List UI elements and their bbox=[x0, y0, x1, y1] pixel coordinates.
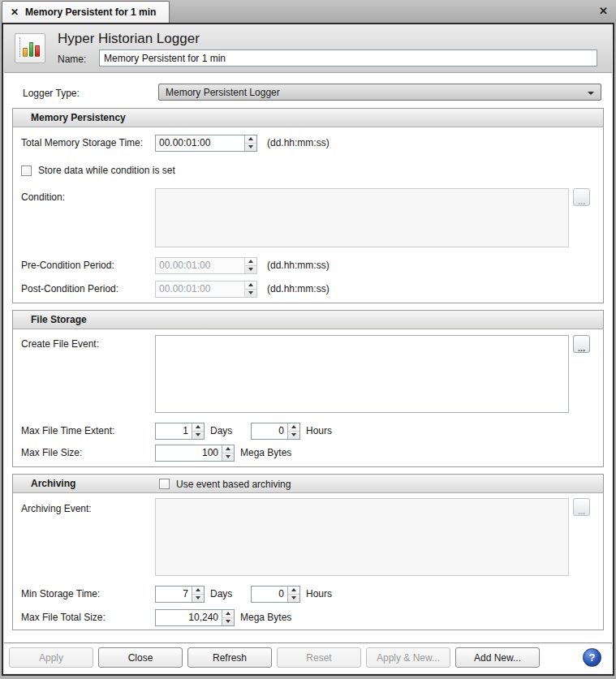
total-memory-storage-label: Total Memory Storage Time: bbox=[21, 137, 155, 148]
days-spinner[interactable] bbox=[192, 587, 204, 602]
create-file-event-browse-button[interactable]: ... bbox=[573, 335, 590, 353]
max-file-size-row: Max File Size: Mega Bytes bbox=[21, 444, 595, 462]
spinner-down-icon[interactable] bbox=[222, 618, 234, 625]
spinner-down-icon bbox=[245, 266, 256, 273]
apply-and-new-button: Apply & New... bbox=[366, 647, 450, 668]
use-event-archiving-label: Use event based archiving bbox=[176, 479, 291, 490]
spinner-up-icon[interactable] bbox=[288, 423, 299, 432]
min-storage-hours-input[interactable] bbox=[252, 587, 287, 602]
spinner-up-icon[interactable] bbox=[245, 135, 256, 144]
logger-config-dialog: Hyper Historian Logger Name: Logger Type… bbox=[2, 23, 614, 676]
hours-unit-label: Hours bbox=[306, 425, 332, 436]
max-file-total-size-label: Max File Total Size: bbox=[21, 612, 155, 623]
min-storage-hours-field[interactable] bbox=[251, 586, 300, 603]
spinner-down-icon[interactable] bbox=[192, 595, 204, 602]
max-file-time-hours-field[interactable] bbox=[251, 423, 300, 440]
total-memory-storage-field[interactable] bbox=[155, 135, 257, 152]
create-file-event-row: Create File Event: ... bbox=[21, 335, 595, 413]
use-event-archiving-checkbox[interactable] bbox=[159, 479, 170, 489]
spinner-down-icon[interactable] bbox=[245, 144, 256, 151]
store-condition-checkbox[interactable] bbox=[21, 165, 32, 176]
mega-bytes-unit-label: Mega Bytes bbox=[240, 612, 291, 623]
max-file-total-size-input[interactable] bbox=[156, 610, 222, 625]
refresh-button[interactable]: Refresh bbox=[187, 647, 272, 668]
archiving-title: Archiving bbox=[13, 478, 75, 489]
mega-bytes-unit-label: Mega Bytes bbox=[240, 447, 291, 458]
max-file-total-size-field[interactable] bbox=[155, 609, 235, 626]
add-new-button[interactable]: Add New... bbox=[455, 647, 540, 668]
condition-browse-button: ... bbox=[573, 188, 590, 206]
archiving-group: Archiving Use event based archiving Arch… bbox=[12, 474, 604, 630]
max-file-size-input[interactable] bbox=[156, 445, 222, 461]
spinner-up-icon[interactable] bbox=[222, 445, 234, 453]
chart-axis bbox=[19, 37, 20, 57]
help-icon[interactable]: ? bbox=[583, 648, 601, 667]
archiving-event-browse-button: ... bbox=[573, 498, 590, 516]
logger-type-label: Logger Type: bbox=[23, 88, 80, 99]
spinner-down-icon[interactable] bbox=[222, 453, 234, 461]
name-label: Name: bbox=[58, 54, 86, 65]
hours-spinner[interactable] bbox=[287, 423, 299, 439]
logger-type-dropdown[interactable]: Memory Persistent Logger bbox=[158, 84, 601, 101]
tab-close-icon[interactable]: ✕ bbox=[11, 6, 19, 18]
hyper-historian-logger-window: { "tab": { "title": "Memory Persistent f… bbox=[0, 0, 616, 679]
close-button[interactable]: Close bbox=[98, 647, 183, 668]
max-file-time-label: Max File Time Extent: bbox=[21, 425, 155, 436]
pre-condition-row: Pre-Condition Period: (dd.hh:mm:ss) bbox=[21, 256, 595, 274]
min-storage-time-label: Min Storage Time: bbox=[21, 588, 155, 599]
days-unit-label: Days bbox=[210, 588, 237, 599]
footer-button-bar: Apply Close Refresh Reset Apply & New...… bbox=[4, 642, 612, 673]
apply-button: Apply bbox=[9, 647, 93, 668]
condition-label: Condition: bbox=[21, 188, 155, 203]
time-format-hint: (dd.hh:mm:ss) bbox=[267, 137, 330, 148]
hours-unit-label: Hours bbox=[306, 588, 332, 599]
tab-strip: ✕ Memory Persistent for 1 min ✕ bbox=[0, 0, 616, 23]
post-condition-field bbox=[155, 281, 257, 298]
min-storage-days-input[interactable] bbox=[156, 587, 192, 602]
pre-condition-spinner bbox=[244, 258, 256, 273]
spinner-down-icon[interactable] bbox=[192, 432, 204, 439]
condition-textarea bbox=[155, 188, 569, 247]
post-condition-input bbox=[156, 281, 244, 297]
days-spinner[interactable] bbox=[192, 423, 204, 439]
memory-persistency-group: Memory Persistency Total Memory Storage … bbox=[12, 108, 604, 303]
condition-row: Condition: ... bbox=[21, 188, 595, 247]
hours-spinner[interactable] bbox=[287, 587, 299, 602]
pre-condition-input bbox=[156, 258, 244, 273]
post-condition-row: Post-Condition Period: (dd.hh:mm:ss) bbox=[21, 280, 595, 298]
max-file-time-days-field[interactable] bbox=[155, 423, 205, 440]
store-condition-label: Store data while condition is set bbox=[38, 165, 175, 176]
name-input[interactable] bbox=[99, 49, 597, 67]
total-memory-storage-row: Total Memory Storage Time: (dd.hh:mm:ss) bbox=[21, 134, 595, 152]
spinner-down-icon[interactable] bbox=[288, 432, 299, 439]
create-file-event-textarea[interactable] bbox=[155, 335, 569, 413]
green-bar bbox=[29, 42, 34, 57]
post-condition-spinner bbox=[244, 281, 256, 297]
pre-condition-field bbox=[155, 257, 257, 274]
store-condition-row: Store data while condition is set bbox=[21, 161, 595, 179]
time-format-hint: (dd.hh:mm:ss) bbox=[267, 260, 330, 271]
total-memory-storage-spinner[interactable] bbox=[244, 135, 256, 151]
pane-close-icon[interactable]: ✕ bbox=[599, 5, 608, 17]
spinner-up-icon[interactable] bbox=[192, 587, 204, 595]
spinner-up-icon[interactable] bbox=[192, 423, 204, 432]
post-condition-label: Post-Condition Period: bbox=[21, 283, 155, 294]
size-spinner[interactable] bbox=[222, 610, 234, 625]
max-file-time-days-input[interactable] bbox=[156, 423, 192, 439]
spinner-down-icon[interactable] bbox=[288, 595, 299, 602]
size-spinner[interactable] bbox=[222, 445, 234, 461]
time-format-hint: (dd.hh:mm:ss) bbox=[267, 283, 330, 294]
total-memory-storage-input[interactable] bbox=[156, 135, 244, 151]
memory-persistency-title: Memory Persistency bbox=[13, 112, 126, 123]
max-file-time-hours-input[interactable] bbox=[252, 423, 287, 439]
min-storage-days-field[interactable] bbox=[155, 586, 205, 603]
chevron-down-icon bbox=[588, 92, 594, 95]
archiving-event-textarea bbox=[155, 498, 569, 576]
spinner-up-icon[interactable] bbox=[288, 587, 299, 595]
bar-chart-icon bbox=[15, 33, 45, 63]
max-file-size-field[interactable] bbox=[155, 445, 235, 462]
pre-condition-label: Pre-Condition Period: bbox=[21, 260, 155, 271]
tab-title: Memory Persistent for 1 min bbox=[25, 6, 156, 18]
tab-memory-persistent[interactable]: ✕ Memory Persistent for 1 min bbox=[2, 1, 170, 23]
spinner-up-icon[interactable] bbox=[222, 610, 234, 618]
